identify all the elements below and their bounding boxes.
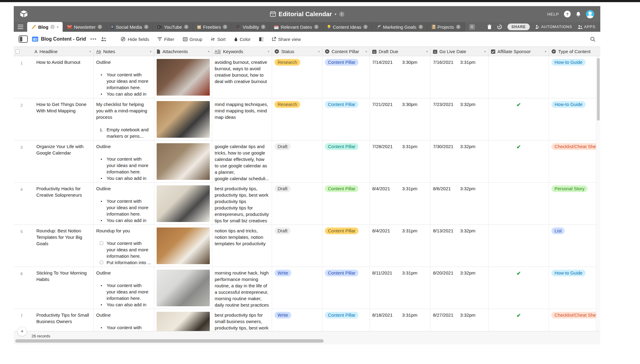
cell-content-pillar[interactable]: Content Pillar — [322, 183, 370, 224]
tab-caret-icon[interactable]: ▾ — [57, 25, 58, 29]
cell-notes[interactable]: Outline•Your content with your ideas and… — [94, 183, 154, 224]
tab-info-icon[interactable]: i — [184, 25, 188, 29]
cell-go-live-date[interactable]: 7/16/20213:31pm — [431, 56, 489, 98]
cell-headline[interactable]: 7Productivity Tips for Small Business Ow… — [14, 309, 94, 331]
attachment-thumbnail[interactable] — [157, 228, 210, 264]
cell-status[interactable]: Draft — [272, 183, 322, 224]
cell-attachments[interactable] — [154, 309, 212, 331]
column-header-keywords[interactable]: A☰Keywords▾ — [212, 47, 272, 56]
cell-keywords[interactable]: mind mapping techniques, mind mapping to… — [212, 98, 272, 140]
tab-freebies[interactable]: Freebiesi — [193, 22, 232, 32]
tab-content-ideas[interactable]: Content Ideasi — [323, 22, 372, 32]
tab-info-icon[interactable]: i — [144, 25, 148, 29]
cell-notes[interactable]: Roundup for youYour content with your id… — [94, 225, 154, 267]
cell-draft-due[interactable]: 7/14/20213:30pm — [370, 56, 431, 98]
cell-content-pillar[interactable]: Content Pillar — [322, 309, 370, 331]
column-header-notes[interactable]: AbNotes▾ — [94, 47, 154, 56]
add-record-button[interactable]: + — [17, 327, 27, 336]
tab-info-icon[interactable]: i — [419, 25, 423, 29]
cell-content-pillar[interactable]: Content Pillar — [322, 98, 370, 140]
cell-notes[interactable]: My checklist for helping you with a mind… — [94, 98, 154, 140]
cell-headline[interactable]: 6Sticking To Your Morning Habits — [14, 267, 94, 309]
view-switcher[interactable]: Blog Content - Grid — [32, 36, 86, 42]
cell-type-of-content[interactable]: Checklist/Cheat Sheet — [549, 309, 600, 331]
chevron-down-icon[interactable]: ▾ — [208, 50, 209, 53]
chevron-down-icon[interactable]: ▾ — [545, 50, 546, 53]
cell-affiliate-sponsor[interactable]: ✔ — [489, 309, 549, 331]
add-table-button[interactable]: + — [467, 22, 477, 32]
rowheight-button[interactable] — [257, 36, 265, 42]
cell-attachments[interactable] — [154, 56, 212, 98]
chevron-down-icon[interactable]: ▾ — [335, 12, 336, 16]
cell-type-of-content[interactable]: Checklist/Cheat Sheet — [549, 140, 600, 182]
cell-status[interactable]: Draft — [272, 140, 322, 182]
cell-content-pillar[interactable]: Content Pillar — [322, 56, 370, 98]
cell-affiliate-sponsor[interactable] — [489, 56, 549, 98]
cell-affiliate-sponsor[interactable] — [489, 225, 549, 267]
cell-type-of-content[interactable]: How-to Guide — [549, 98, 600, 140]
share-view-button[interactable]: Share view — [270, 35, 303, 43]
tab-info-icon[interactable]: i — [456, 25, 460, 29]
chevron-down-icon[interactable]: ▾ — [268, 50, 269, 53]
apps-button[interactable]: APPS — [578, 25, 595, 29]
tab-info-icon[interactable]: i — [261, 25, 265, 29]
attachment-thumbnail[interactable] — [157, 101, 210, 138]
trash-icon[interactable] — [487, 24, 492, 29]
chevron-down-icon[interactable]: ▾ — [318, 50, 320, 53]
cell-go-live-date[interactable]: 8/20/20213:32pm — [431, 267, 489, 309]
cell-attachments[interactable] — [154, 267, 212, 309]
attachment-thumbnail[interactable] — [157, 59, 210, 96]
tab-projects[interactable]: Projectsi — [427, 22, 465, 32]
base-title-group[interactable]: 7 Editorial Calendar ▾ i — [270, 11, 344, 18]
cell-status[interactable]: Write — [272, 309, 322, 331]
cell-content-pillar[interactable]: Content Pillar — [322, 267, 370, 309]
tab-newsletter[interactable]: Newsletteri — [63, 22, 107, 32]
chevron-down-icon[interactable]: ▾ — [89, 50, 91, 53]
history-icon[interactable] — [497, 24, 502, 29]
view-options-button[interactable]: ••• — [90, 36, 97, 42]
tab-marketing-goals[interactable]: Marketing Goalsi — [372, 22, 427, 32]
cell-keywords[interactable]: google calendar tips and tricks, how to … — [212, 140, 272, 182]
column-header-type-of-content[interactable]: Type of Content▾ — [549, 47, 600, 56]
cell-keywords[interactable]: avoiding burnout, creative burnout, ways… — [212, 56, 272, 98]
hamburger-menu-icon[interactable] — [14, 22, 27, 32]
tab-info-icon[interactable]: i — [98, 25, 102, 29]
attachment-thumbnail[interactable] — [157, 143, 210, 180]
cell-notes[interactable]: Outline•Your content with your ideas and… — [94, 140, 154, 182]
tab-youtube[interactable]: YouTubei — [153, 22, 193, 32]
cell-content-pillar[interactable]: Content Pillar — [322, 140, 370, 182]
cell-attachments[interactable] — [154, 98, 212, 140]
cell-notes[interactable]: Outline•Your content with your ideas and… — [94, 309, 154, 331]
airtable-logo-icon[interactable] — [19, 9, 28, 19]
cell-go-live-date[interactable]: 8/6/20213:32pm — [431, 183, 489, 224]
cell-status[interactable]: Research — [272, 56, 322, 98]
tab-info-icon[interactable]: i — [223, 25, 227, 29]
tab-relevant-dates[interactable]: Relevant Datesi — [270, 22, 323, 32]
base-info-icon[interactable]: i — [339, 12, 344, 17]
cell-go-live-date[interactable]: 8/27/20213:32pm — [431, 309, 489, 331]
question-icon[interactable]: ? — [564, 11, 571, 17]
cell-headline[interactable]: 3Organize Your Life with Google Calendar — [14, 140, 94, 182]
sort-button[interactable]: Sort — [209, 35, 227, 43]
cell-go-live-date[interactable]: 7/30/20213:32pm — [431, 140, 489, 182]
cell-attachments[interactable] — [154, 140, 212, 182]
cell-affiliate-sponsor[interactable]: ✔ — [489, 140, 549, 182]
cell-status[interactable]: Write — [272, 267, 322, 309]
cell-attachments[interactable] — [154, 183, 212, 224]
tab-social-media[interactable]: Social Mediai — [107, 22, 153, 32]
cell-attachments[interactable] — [154, 225, 212, 267]
cell-status[interactable]: Research — [272, 98, 322, 140]
attachment-thumbnail[interactable] — [157, 185, 210, 222]
hide-fields-button[interactable]: Hide fields — [119, 35, 151, 43]
cell-notes[interactable]: Outline•Your content with your ideas and… — [94, 56, 154, 98]
group-button[interactable]: Group — [181, 35, 204, 43]
cell-headline[interactable]: 4Productivity Hacks for Creative Solopre… — [14, 183, 94, 224]
column-header-headline[interactable]: AHeadline▾ — [14, 47, 94, 56]
tab-info-icon[interactable]: i — [50, 25, 55, 29]
cell-draft-due[interactable]: 8/4/20213:31pm — [370, 225, 431, 267]
collaborators-icon[interactable] — [101, 37, 107, 41]
search-icon[interactable] — [590, 37, 595, 42]
sidebar-toggle-button[interactable] — [19, 35, 28, 43]
cell-type-of-content[interactable]: How-to Guide — [549, 56, 600, 98]
chevron-down-icon[interactable]: ▾ — [150, 50, 151, 53]
